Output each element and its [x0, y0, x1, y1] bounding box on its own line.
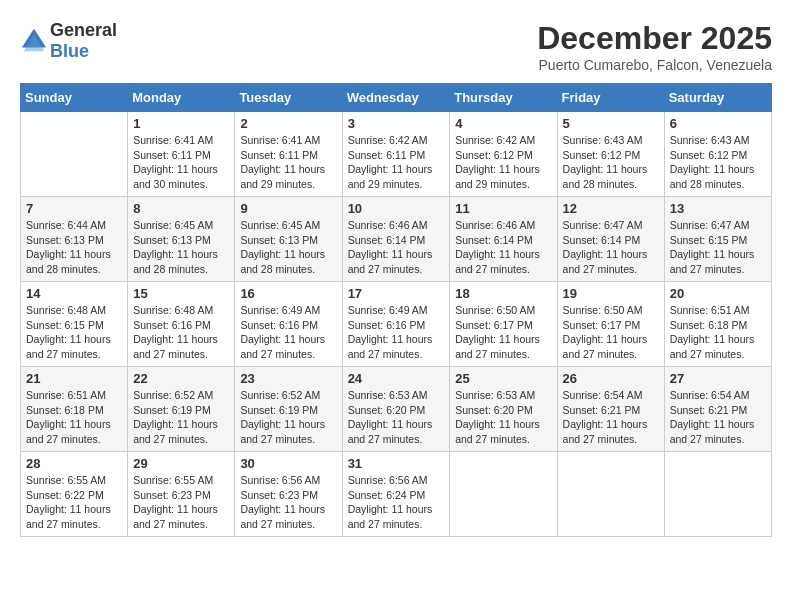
- calendar-cell: 27Sunrise: 6:54 AMSunset: 6:21 PMDayligh…: [664, 367, 771, 452]
- day-number: 15: [133, 286, 229, 301]
- weekday-header-row: SundayMondayTuesdayWednesdayThursdayFrid…: [21, 84, 772, 112]
- weekday-header-friday: Friday: [557, 84, 664, 112]
- day-info: Sunrise: 6:52 AMSunset: 6:19 PMDaylight:…: [133, 388, 229, 447]
- calendar-cell: [21, 112, 128, 197]
- calendar-cell: 22Sunrise: 6:52 AMSunset: 6:19 PMDayligh…: [128, 367, 235, 452]
- day-number: 25: [455, 371, 551, 386]
- day-number: 14: [26, 286, 122, 301]
- day-info: Sunrise: 6:51 AMSunset: 6:18 PMDaylight:…: [670, 303, 766, 362]
- day-number: 12: [563, 201, 659, 216]
- day-number: 21: [26, 371, 122, 386]
- calendar-week-row: 14Sunrise: 6:48 AMSunset: 6:15 PMDayligh…: [21, 282, 772, 367]
- day-number: 10: [348, 201, 445, 216]
- day-info: Sunrise: 6:56 AMSunset: 6:24 PMDaylight:…: [348, 473, 445, 532]
- day-number: 5: [563, 116, 659, 131]
- day-number: 7: [26, 201, 122, 216]
- day-number: 3: [348, 116, 445, 131]
- day-info: Sunrise: 6:50 AMSunset: 6:17 PMDaylight:…: [455, 303, 551, 362]
- weekday-header-sunday: Sunday: [21, 84, 128, 112]
- calendar-subtitle: Puerto Cumarebo, Falcon, Venezuela: [537, 57, 772, 73]
- calendar-cell: 2Sunrise: 6:41 AMSunset: 6:11 PMDaylight…: [235, 112, 342, 197]
- day-info: Sunrise: 6:55 AMSunset: 6:22 PMDaylight:…: [26, 473, 122, 532]
- calendar-cell: 14Sunrise: 6:48 AMSunset: 6:15 PMDayligh…: [21, 282, 128, 367]
- day-info: Sunrise: 6:45 AMSunset: 6:13 PMDaylight:…: [240, 218, 336, 277]
- calendar-title: December 2025: [537, 20, 772, 57]
- calendar-cell: 9Sunrise: 6:45 AMSunset: 6:13 PMDaylight…: [235, 197, 342, 282]
- day-number: 1: [133, 116, 229, 131]
- calendar-cell: 13Sunrise: 6:47 AMSunset: 6:15 PMDayligh…: [664, 197, 771, 282]
- calendar-cell: 5Sunrise: 6:43 AMSunset: 6:12 PMDaylight…: [557, 112, 664, 197]
- day-info: Sunrise: 6:52 AMSunset: 6:19 PMDaylight:…: [240, 388, 336, 447]
- calendar-cell: [664, 452, 771, 537]
- weekday-header-wednesday: Wednesday: [342, 84, 450, 112]
- day-info: Sunrise: 6:42 AMSunset: 6:12 PMDaylight:…: [455, 133, 551, 192]
- day-info: Sunrise: 6:53 AMSunset: 6:20 PMDaylight:…: [455, 388, 551, 447]
- day-number: 20: [670, 286, 766, 301]
- calendar-cell: 3Sunrise: 6:42 AMSunset: 6:11 PMDaylight…: [342, 112, 450, 197]
- calendar-cell: 16Sunrise: 6:49 AMSunset: 6:16 PMDayligh…: [235, 282, 342, 367]
- day-number: 4: [455, 116, 551, 131]
- day-info: Sunrise: 6:47 AMSunset: 6:14 PMDaylight:…: [563, 218, 659, 277]
- day-number: 2: [240, 116, 336, 131]
- day-number: 24: [348, 371, 445, 386]
- calendar-table: SundayMondayTuesdayWednesdayThursdayFrid…: [20, 83, 772, 537]
- day-number: 27: [670, 371, 766, 386]
- calendar-week-row: 28Sunrise: 6:55 AMSunset: 6:22 PMDayligh…: [21, 452, 772, 537]
- day-info: Sunrise: 6:43 AMSunset: 6:12 PMDaylight:…: [563, 133, 659, 192]
- calendar-cell: 6Sunrise: 6:43 AMSunset: 6:12 PMDaylight…: [664, 112, 771, 197]
- day-info: Sunrise: 6:46 AMSunset: 6:14 PMDaylight:…: [348, 218, 445, 277]
- day-info: Sunrise: 6:49 AMSunset: 6:16 PMDaylight:…: [240, 303, 336, 362]
- calendar-cell: 18Sunrise: 6:50 AMSunset: 6:17 PMDayligh…: [450, 282, 557, 367]
- day-number: 18: [455, 286, 551, 301]
- calendar-cell: 11Sunrise: 6:46 AMSunset: 6:14 PMDayligh…: [450, 197, 557, 282]
- day-number: 19: [563, 286, 659, 301]
- day-number: 29: [133, 456, 229, 471]
- day-info: Sunrise: 6:54 AMSunset: 6:21 PMDaylight:…: [563, 388, 659, 447]
- day-number: 9: [240, 201, 336, 216]
- calendar-week-row: 7Sunrise: 6:44 AMSunset: 6:13 PMDaylight…: [21, 197, 772, 282]
- day-number: 17: [348, 286, 445, 301]
- weekday-header-monday: Monday: [128, 84, 235, 112]
- day-info: Sunrise: 6:48 AMSunset: 6:15 PMDaylight:…: [26, 303, 122, 362]
- calendar-cell: [557, 452, 664, 537]
- calendar-cell: 4Sunrise: 6:42 AMSunset: 6:12 PMDaylight…: [450, 112, 557, 197]
- day-info: Sunrise: 6:47 AMSunset: 6:15 PMDaylight:…: [670, 218, 766, 277]
- day-number: 6: [670, 116, 766, 131]
- day-info: Sunrise: 6:51 AMSunset: 6:18 PMDaylight:…: [26, 388, 122, 447]
- day-info: Sunrise: 6:55 AMSunset: 6:23 PMDaylight:…: [133, 473, 229, 532]
- day-number: 22: [133, 371, 229, 386]
- calendar-cell: 19Sunrise: 6:50 AMSunset: 6:17 PMDayligh…: [557, 282, 664, 367]
- day-info: Sunrise: 6:56 AMSunset: 6:23 PMDaylight:…: [240, 473, 336, 532]
- calendar-cell: 21Sunrise: 6:51 AMSunset: 6:18 PMDayligh…: [21, 367, 128, 452]
- calendar-cell: 24Sunrise: 6:53 AMSunset: 6:20 PMDayligh…: [342, 367, 450, 452]
- day-number: 16: [240, 286, 336, 301]
- day-info: Sunrise: 6:46 AMSunset: 6:14 PMDaylight:…: [455, 218, 551, 277]
- calendar-cell: 28Sunrise: 6:55 AMSunset: 6:22 PMDayligh…: [21, 452, 128, 537]
- day-number: 13: [670, 201, 766, 216]
- calendar-cell: 12Sunrise: 6:47 AMSunset: 6:14 PMDayligh…: [557, 197, 664, 282]
- title-area: December 2025 Puerto Cumarebo, Falcon, V…: [537, 20, 772, 73]
- calendar-cell: 17Sunrise: 6:49 AMSunset: 6:16 PMDayligh…: [342, 282, 450, 367]
- day-info: Sunrise: 6:42 AMSunset: 6:11 PMDaylight:…: [348, 133, 445, 192]
- calendar-week-row: 21Sunrise: 6:51 AMSunset: 6:18 PMDayligh…: [21, 367, 772, 452]
- day-number: 8: [133, 201, 229, 216]
- day-info: Sunrise: 6:54 AMSunset: 6:21 PMDaylight:…: [670, 388, 766, 447]
- calendar-cell: 1Sunrise: 6:41 AMSunset: 6:11 PMDaylight…: [128, 112, 235, 197]
- calendar-cell: 7Sunrise: 6:44 AMSunset: 6:13 PMDaylight…: [21, 197, 128, 282]
- day-info: Sunrise: 6:49 AMSunset: 6:16 PMDaylight:…: [348, 303, 445, 362]
- day-number: 28: [26, 456, 122, 471]
- day-info: Sunrise: 6:41 AMSunset: 6:11 PMDaylight:…: [133, 133, 229, 192]
- logo-general: General: [50, 20, 117, 40]
- day-number: 23: [240, 371, 336, 386]
- weekday-header-tuesday: Tuesday: [235, 84, 342, 112]
- calendar-cell: 23Sunrise: 6:52 AMSunset: 6:19 PMDayligh…: [235, 367, 342, 452]
- calendar-cell: 20Sunrise: 6:51 AMSunset: 6:18 PMDayligh…: [664, 282, 771, 367]
- logo-icon: [20, 27, 48, 55]
- day-number: 26: [563, 371, 659, 386]
- calendar-cell: 25Sunrise: 6:53 AMSunset: 6:20 PMDayligh…: [450, 367, 557, 452]
- day-info: Sunrise: 6:41 AMSunset: 6:11 PMDaylight:…: [240, 133, 336, 192]
- calendar-cell: 15Sunrise: 6:48 AMSunset: 6:16 PMDayligh…: [128, 282, 235, 367]
- day-number: 11: [455, 201, 551, 216]
- day-info: Sunrise: 6:44 AMSunset: 6:13 PMDaylight:…: [26, 218, 122, 277]
- calendar-cell: 8Sunrise: 6:45 AMSunset: 6:13 PMDaylight…: [128, 197, 235, 282]
